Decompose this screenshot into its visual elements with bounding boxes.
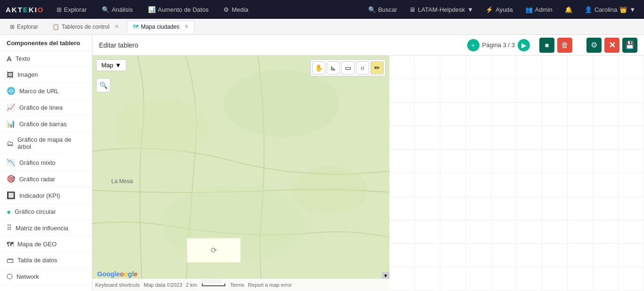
sidebar-item-grafico-barras[interactable]: 📊 Gráfico de barras	[0, 116, 92, 132]
grid-cell	[619, 126, 644, 150]
grid-cell	[619, 103, 644, 126]
sidebar-item-grafico-mixto[interactable]: 📉 Gráfico mixto	[0, 154, 92, 171]
sidebar-item-tabla-datos[interactable]: 🗃 Tabla de datos	[0, 252, 92, 268]
marco-url-icon: 🌐	[7, 87, 16, 95]
nav-media[interactable]: ⚙ Media	[221, 4, 251, 15]
grid-cell	[491, 126, 517, 150]
page-next-btn[interactable]: ▶	[518, 39, 530, 51]
content-area: Editar tablero + Página 3 / 3 ▶ ■ 🗑 ⚙ ✕ …	[92, 35, 644, 291]
explorar-icon: ⊞	[57, 6, 62, 13]
grid-cell	[415, 103, 440, 126]
grid-cell	[619, 244, 644, 267]
sidebar-item-marco-url[interactable]: 🌐 Marco de URL	[0, 83, 92, 99]
grid-cell	[568, 244, 593, 267]
nav-search[interactable]: 🔍 Buscar	[365, 4, 400, 15]
grid-cell	[389, 197, 415, 220]
grid-cell	[568, 220, 593, 244]
nav-user[interactable]: 👤 Carolina 👑 ▼	[582, 4, 638, 15]
helpdesk-icon: 🖥	[409, 6, 415, 13]
sidebar-item-grafico-linea[interactable]: 📈 Gráfico de línea	[0, 99, 92, 116]
sidebar-item-texto[interactable]: A Texto	[0, 51, 92, 67]
grafico-circular-icon: ●	[7, 208, 11, 216]
map-background	[92, 56, 389, 291]
grid-cell	[517, 103, 542, 126]
grid-cell	[568, 173, 593, 197]
grid-cell	[491, 79, 517, 103]
page-nav: + Página 3 / 3 ▶	[467, 39, 530, 51]
map-rect-tool[interactable]: ▭	[341, 61, 355, 74]
report-link[interactable]: Report a map error	[248, 282, 292, 288]
nav-right: 🔍 Buscar 🖥 LATAM-Helpdesk ▼ ⚡ Ayuda 👥 Ad…	[365, 4, 638, 15]
aumento-icon: 📊	[148, 6, 156, 13]
grid-cell	[517, 79, 542, 103]
grid-cell	[415, 220, 440, 244]
sidebar-item-grafico-arbol[interactable]: 🗂 Gráfico de mapa de árbol	[0, 132, 92, 154]
tab-tableros[interactable]: 📋 Tableros de control ✕	[46, 21, 125, 33]
grid-cell	[389, 126, 415, 150]
sidebar-item-imagen[interactable]: 🖼 Imagen	[0, 67, 92, 83]
tab-tableros-close[interactable]: ✕	[115, 24, 119, 30]
nav-ayuda[interactable]: ⚡ Ayuda	[483, 4, 516, 15]
indicador-kpi-icon: 🔲	[7, 191, 16, 200]
sidebar-item-mapa-geo[interactable]: 🗺 Mapa de GEO	[0, 236, 92, 252]
map-search-button[interactable]: 🔍	[96, 78, 110, 92]
map-pencil-tool[interactable]: ✏	[371, 61, 384, 74]
grid-cell	[389, 173, 415, 197]
grid-cell	[491, 150, 517, 173]
svg-point-2	[224, 70, 339, 137]
sidebar-item-indicador-kpi[interactable]: 🔲 Indicador (KPI)	[0, 187, 92, 204]
grid-cell	[593, 173, 619, 197]
nav-explorar[interactable]: ⊞ Explorar	[54, 4, 90, 15]
grid-cell	[440, 173, 466, 197]
sidebar-item-network[interactable]: ⬡ Network	[0, 268, 92, 285]
grid-cell	[517, 173, 542, 197]
delete-page-btn[interactable]: 🗑	[557, 38, 572, 53]
tab-mapa[interactable]: 🗺 Mapa ciudades ✕	[127, 21, 195, 33]
grid-cell	[389, 244, 415, 267]
grid-cell	[619, 267, 644, 291]
nav-admin[interactable]: 👥 Admin	[522, 4, 555, 15]
sidebar: Componentes del tablero A Texto 🖼 Imagen…	[0, 35, 92, 291]
grid-cell	[389, 150, 415, 173]
nav-aumento[interactable]: 📊 Aumento de Datos	[145, 4, 212, 15]
save-btn[interactable]: 💾	[622, 38, 637, 53]
grid-cell	[440, 79, 466, 103]
grid-cell	[491, 173, 517, 197]
map-circle-tool[interactable]: ○	[356, 61, 369, 74]
grafico-linea-icon: 📈	[7, 103, 16, 112]
page-prev-btn[interactable]: +	[467, 39, 479, 51]
sidebar-item-grafico-circular[interactable]: ● Gráfico circular	[0, 204, 92, 220]
tabs-bar: ⊞ Explorar 📋 Tableros de control ✕ 🗺 Map…	[0, 19, 644, 35]
map-select-tool[interactable]: ⊾	[327, 61, 340, 74]
save-page-btn[interactable]: ■	[539, 38, 554, 53]
share-btn[interactable]: ⚙	[586, 38, 602, 53]
sidebar-item-matriz-influencia[interactable]: ⠿ Matriz de influencia	[0, 220, 92, 236]
nav-analisis[interactable]: 🔍 Análisis	[99, 4, 136, 15]
sidebar-title: Componentes del tablero	[0, 35, 92, 51]
grid-cell	[542, 126, 568, 150]
tab-tableros-icon: 📋	[52, 24, 59, 30]
map-pan-tool[interactable]: ✋	[312, 61, 325, 74]
grid-cell	[517, 197, 542, 220]
sidebar-item-grafico-radar[interactable]: 🎯 Gráfico radar	[0, 171, 92, 187]
grafico-arbol-icon: 🗂	[7, 139, 14, 147]
nav-notifications[interactable]: 🔔	[562, 4, 575, 15]
grid-cell	[568, 197, 593, 220]
map-scroll-arrow[interactable]: ▼	[382, 272, 389, 279]
grid-cell	[440, 197, 466, 220]
nav-helpdesk[interactable]: 🖥 LATAM-Helpdesk ▼	[406, 4, 476, 15]
keyboard-shortcuts[interactable]: Keyboard shortcuts	[95, 282, 140, 288]
scale-line	[202, 283, 225, 286]
location-label-lamesa: La Mesa	[111, 178, 133, 185]
tab-explorar[interactable]: ⊞ Explorar	[4, 21, 44, 33]
close-btn[interactable]: ✕	[604, 38, 619, 53]
map-bottom-bar: Keyboard shortcuts Map data ©2023 2 km T…	[92, 279, 389, 291]
terms-link[interactable]: Terms	[230, 282, 244, 288]
grid-cell	[517, 56, 542, 79]
grid-cell	[517, 126, 542, 150]
map-type-button[interactable]: Map ▼	[96, 59, 126, 71]
tab-mapa-close[interactable]: ✕	[184, 24, 189, 30]
analisis-icon: 🔍	[102, 6, 109, 13]
grid-cell	[440, 150, 466, 173]
bell-icon: 🔔	[565, 6, 572, 13]
